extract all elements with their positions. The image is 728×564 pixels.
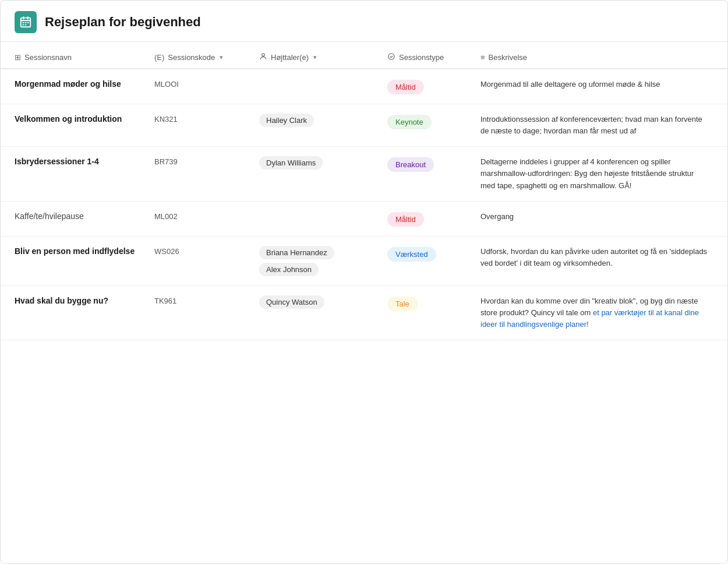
type-badge: Keynote <box>387 115 432 129</box>
speaker-badge: Quincy Watson <box>259 295 324 309</box>
speaker-badge: Hailey Clark <box>259 114 314 127</box>
session-type-cell: Breakout <box>387 156 480 172</box>
description-cell: Morgenmad til alle deltagere og uformel … <box>480 79 713 90</box>
description-cell: Hvordan kan du komme over din "kreativ b… <box>480 295 713 330</box>
table-row: Kaffe/te/hvilepauseML002MåltidOvergang <box>1 202 727 237</box>
speakers-cell: Dylan Williams <box>259 156 387 170</box>
description-cell: Introduktionssession af konferenceværten… <box>480 114 713 137</box>
session-type-cell: Værksted <box>387 246 480 262</box>
session-code-cell: WS026 <box>154 246 259 256</box>
col-speakers[interactable]: Højttaler(e) ▾ <box>259 52 387 62</box>
svg-rect-4 <box>23 22 24 23</box>
speakers-cell: Hailey Clark <box>259 114 387 127</box>
session-type-cell: Måltid <box>387 79 480 94</box>
description-cell: Overgang <box>480 211 713 223</box>
session-name-cell: Kaffe/te/hvilepause <box>15 211 154 223</box>
page-wrapper: Rejseplan for begivenhed ⊞ Sessionsnavn … <box>0 0 728 564</box>
table-body: Morgenmad møder og hilseMLOOIMåltidMorge… <box>1 69 727 340</box>
table-header: ⊞ Sessionsnavn (E) Sessionskode ▾ Højtta… <box>1 47 727 69</box>
table-row: Bliv en person med indflydelseWS026Brian… <box>1 237 727 286</box>
type-badge: Tale <box>387 297 418 311</box>
session-code-cell: BR739 <box>154 156 259 166</box>
type-badge: Breakout <box>387 157 434 172</box>
session-code-chevron: ▾ <box>220 54 223 61</box>
session-name-icon: ⊞ <box>15 53 21 62</box>
svg-rect-5 <box>25 22 27 23</box>
session-code-cell: MLOOI <box>154 79 259 89</box>
session-type-cell: Keynote <box>387 114 480 129</box>
type-badge: Værksted <box>387 247 436 262</box>
session-type-icon <box>387 52 395 62</box>
description-icon: ≡ <box>480 53 485 62</box>
description-cell: Deltagerne inddeles i grupper af 4 konfe… <box>480 156 713 191</box>
calendar-icon <box>19 16 32 29</box>
speakers-cell: Quincy Watson <box>259 295 387 309</box>
session-name-cell: Hvad skal du bygge nu? <box>15 295 154 307</box>
header: Rejseplan for begivenhed <box>1 1 727 42</box>
speakers-chevron: ▾ <box>313 54 317 61</box>
table-row: Hvad skal du bygge nu?TK961Quincy Watson… <box>1 286 727 340</box>
description-cell: Udforsk, hvordan du kan påvirke uden aut… <box>480 246 713 269</box>
col-description: ≡ Beskrivelse <box>480 52 713 62</box>
session-type-cell: Måltid <box>387 211 480 227</box>
session-name-cell: Isbrydersessioner 1-4 <box>15 156 154 168</box>
svg-point-10 <box>388 54 395 60</box>
session-name-cell: Bliv en person med indflydelse <box>15 246 154 258</box>
page-title: Rejseplan for begivenhed <box>45 15 201 30</box>
session-code-icon: (E) <box>154 53 164 62</box>
speaker-badge: Alex Johnson <box>259 263 319 276</box>
svg-rect-7 <box>23 24 24 26</box>
table-row: Morgenmad møder og hilseMLOOIMåltidMorge… <box>1 69 727 104</box>
speakers-icon <box>259 52 267 62</box>
table-row: Isbrydersessioner 1-4BR739Dylan Williams… <box>1 147 727 201</box>
speaker-badge: Dylan Williams <box>259 156 323 170</box>
session-code-cell: ML002 <box>154 211 259 221</box>
table-wrapper: ⊞ Sessionsnavn (E) Sessionskode ▾ Højtta… <box>1 47 727 340</box>
type-badge: Måltid <box>387 212 424 227</box>
col-session-code[interactable]: (E) Sessionskode ▾ <box>154 52 259 62</box>
session-name-cell: Morgenmad møder og hilse <box>15 79 154 90</box>
speakers-cell: Briana HernandezAlex Johnson <box>259 246 387 276</box>
session-name-cell: Velkommen og introduktion <box>15 114 154 125</box>
session-code-cell: TK961 <box>154 295 259 305</box>
col-session-name: ⊞ Sessionsnavn <box>15 52 154 62</box>
session-code-cell: KN321 <box>154 114 259 124</box>
svg-rect-6 <box>27 22 29 23</box>
table-row: Velkommen og introduktionKN321Hailey Cla… <box>1 104 727 147</box>
svg-rect-8 <box>25 24 27 26</box>
app-icon <box>15 11 37 33</box>
type-badge: Måltid <box>387 80 424 94</box>
svg-point-9 <box>262 54 265 57</box>
speaker-badge: Briana Hernandez <box>259 246 334 259</box>
col-session-type: Sessionstype <box>387 52 480 62</box>
session-type-cell: Tale <box>387 295 480 311</box>
